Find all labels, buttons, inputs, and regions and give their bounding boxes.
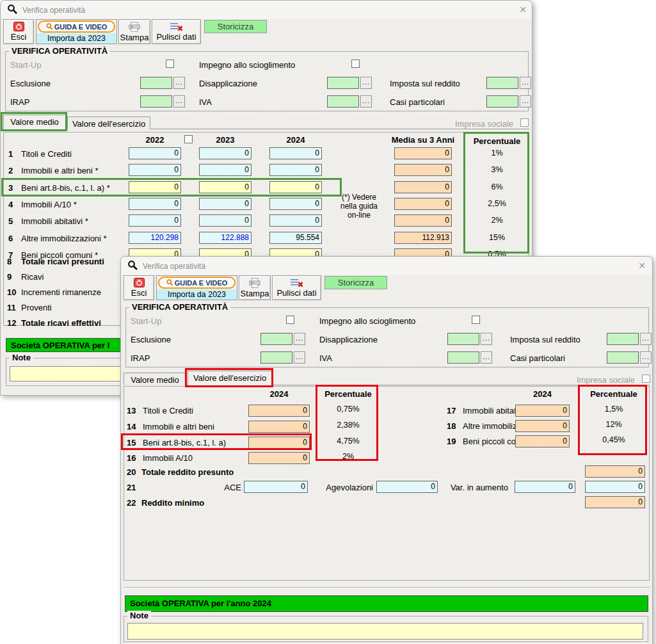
column-header-percentuale: Percentuale: [318, 389, 378, 399]
disapplicazione-more-button[interactable]: ...: [360, 77, 372, 89]
value-field-2023[interactable]: 0: [199, 164, 252, 176]
value-field-2024[interactable]: 0: [515, 420, 570, 432]
value-field-2023[interactable]: 0: [199, 147, 252, 159]
guida-importa-group: GUIDA E VIDEO Importa da 2023: [36, 19, 117, 44]
iva-field[interactable]: [327, 95, 359, 108]
storicizza-button[interactable]: Storicizza: [204, 20, 267, 33]
note-field[interactable]: [127, 623, 643, 640]
disapplicazione-field[interactable]: [327, 77, 359, 89]
imposta-more-button[interactable]: ...: [640, 333, 652, 345]
row-label: Immobili abitativi *: [21, 216, 88, 226]
value-field-2022[interactable]: 120.298: [129, 232, 181, 244]
impegno-checkbox[interactable]: [351, 60, 360, 68]
close-icon[interactable]: ✕: [637, 261, 647, 271]
esci-button[interactable]: Esci: [3, 19, 34, 44]
tab-valore-medio[interactable]: Valore medio: [3, 115, 66, 130]
media-field[interactable]: 0: [394, 198, 452, 210]
value-field-2023[interactable]: 0: [199, 181, 252, 193]
title-bar[interactable]: Verifica operatività ✕: [121, 257, 652, 275]
impresa-sociale-checkbox[interactable]: [520, 118, 529, 127]
imposta-field[interactable]: [486, 77, 518, 89]
iva-field[interactable]: [447, 351, 479, 364]
value-field-2024[interactable]: 0: [269, 147, 322, 159]
guida-video-button[interactable]: GUIDA E VIDEO: [38, 20, 115, 33]
impegno-checkbox[interactable]: [472, 316, 480, 324]
esclusione-field[interactable]: [140, 77, 172, 89]
casi-field[interactable]: [486, 95, 518, 108]
esclusione-field[interactable]: [260, 333, 292, 345]
irap-field[interactable]: [260, 351, 292, 364]
value-field-2024[interactable]: 0: [269, 214, 322, 227]
media-field[interactable]: 0: [394, 181, 452, 193]
close-icon[interactable]: ✕: [518, 5, 528, 15]
column-2022-checkbox[interactable]: [184, 135, 193, 143]
value-field-2024[interactable]: 95.554: [269, 232, 322, 244]
irap-more-button[interactable]: ...: [294, 351, 305, 364]
stampa-button[interactable]: Stampa: [239, 275, 271, 300]
guida-video-button[interactable]: GUIDA E VIDEO: [158, 277, 236, 289]
irap-more-button[interactable]: ...: [173, 95, 185, 108]
value-field-2024[interactable]: 0: [248, 421, 310, 433]
column-header-percentuale: Percentuale: [466, 136, 528, 147]
guide-note-line: (*) Vedere: [324, 193, 394, 202]
iva-more-button[interactable]: ...: [360, 95, 372, 108]
row21-total-field[interactable]: 0: [585, 481, 645, 493]
value-field-2024[interactable]: 0: [248, 405, 310, 417]
percent-value: 0,75%: [318, 403, 378, 415]
tab-valore-medio[interactable]: Valore medio: [124, 373, 186, 385]
agevolazioni-field[interactable]: 0: [376, 481, 438, 493]
value-field-2024[interactable]: 0: [515, 435, 570, 447]
value-field-2022[interactable]: 0: [129, 181, 181, 193]
imposta-more-button[interactable]: ...: [520, 77, 531, 89]
value-field-2024[interactable]: 0: [515, 405, 570, 417]
value-field-2022[interactable]: 0: [129, 198, 181, 210]
value-field-2024[interactable]: 0: [248, 437, 310, 449]
storicizza-button[interactable]: Storicizza: [324, 276, 387, 289]
disapplicazione-field[interactable]: [447, 333, 479, 345]
media-field[interactable]: 0: [394, 164, 452, 176]
impresa-sociale-checkbox[interactable]: [642, 374, 650, 383]
iva-more-button[interactable]: ...: [481, 351, 492, 364]
importa-button[interactable]: Importa da 2023: [157, 289, 237, 300]
value-field-2023[interactable]: 0: [199, 198, 252, 210]
disapplicazione-more-button[interactable]: ...: [481, 333, 492, 345]
reddito-minimo-field[interactable]: 0: [585, 496, 645, 508]
tab-valore-esercizio[interactable]: Valore dell'esercizio: [188, 371, 272, 386]
var-aumento-field[interactable]: 0: [515, 481, 575, 493]
row-number: 19: [447, 437, 456, 446]
value-field-2023[interactable]: 122.888: [199, 232, 252, 244]
esci-button[interactable]: Esci: [124, 275, 154, 300]
imposta-field[interactable]: [607, 333, 639, 345]
casi-more-button[interactable]: ...: [520, 95, 531, 108]
pulisci-dati-button[interactable]: Pulisci dati: [272, 275, 321, 300]
importa-button[interactable]: Importa da 2023: [36, 33, 116, 44]
ace-field[interactable]: 0: [244, 481, 308, 493]
media-field[interactable]: 112.913: [394, 232, 452, 244]
value-field-2024[interactable]: 0: [269, 181, 322, 193]
title-bar[interactable]: Verifica operatività ✕: [1, 1, 532, 19]
row-label: Titoli e Crediti: [21, 149, 72, 159]
percent-value: 15%: [466, 232, 528, 244]
value-field-2022[interactable]: 0: [129, 164, 181, 176]
totale-reddito-field[interactable]: 0: [585, 465, 645, 478]
esclusione-more-button[interactable]: ...: [173, 77, 185, 89]
pulisci-dati-button[interactable]: Pulisci dati: [152, 19, 201, 44]
irap-field[interactable]: [140, 95, 172, 108]
value-field-2024[interactable]: 0: [269, 198, 322, 210]
media-field[interactable]: 0: [394, 214, 452, 227]
casi-field[interactable]: [607, 351, 639, 364]
value-field-2023[interactable]: 0: [199, 214, 252, 227]
stampa-button[interactable]: Stampa: [118, 19, 150, 44]
value-field-2024[interactable]: 0: [248, 452, 310, 464]
startup-checkbox[interactable]: [286, 316, 294, 324]
tab-valore-esercizio[interactable]: Valore dell'esercizio: [67, 117, 150, 129]
startup-checkbox[interactable]: [166, 60, 174, 68]
esclusione-more-button[interactable]: ...: [294, 333, 305, 345]
value-field-2024[interactable]: 0: [269, 164, 322, 176]
row-number: 14: [127, 422, 136, 431]
value-field-2022[interactable]: 0: [129, 147, 181, 159]
media-field[interactable]: 0: [394, 147, 452, 159]
casi-more-button[interactable]: ...: [640, 351, 652, 364]
row-number: 16: [127, 453, 136, 463]
value-field-2022[interactable]: 0: [129, 214, 181, 227]
